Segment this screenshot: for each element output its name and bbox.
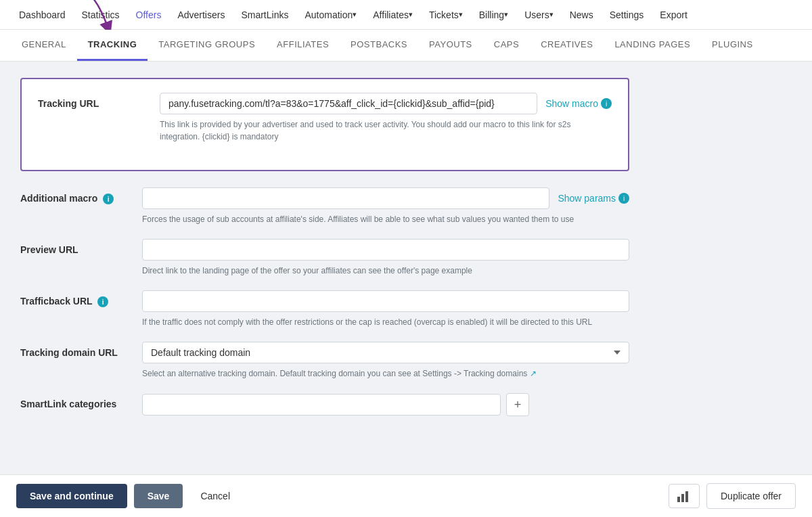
trafficback-url-label: Trafficback URL i <box>20 290 142 307</box>
tracking-domain-field: Default tracking domain Select an altern… <box>142 342 629 380</box>
nav-billing[interactable]: Billing <box>471 0 516 30</box>
additional-macro-input[interactable] <box>142 187 549 209</box>
nav-advertisers[interactable]: Advertisers <box>169 0 233 30</box>
tracking-url-section: Tracking URL Show macro i This link is p… <box>20 78 629 171</box>
nav-automation[interactable]: Automation <box>296 0 365 30</box>
preview-url-field: Direct link to the landing page of the o… <box>142 239 629 277</box>
tracking-domain-external-link[interactable]: ↗ <box>530 369 537 378</box>
preview-url-hint: Direct link to the landing page of the o… <box>142 265 629 277</box>
nav-offers[interactable]: Offers <box>128 0 170 30</box>
tracking-url-row: Tracking URL Show macro i This link is p… <box>38 93 612 143</box>
trafficback-url-field: If the traffic does not comply with the … <box>142 290 629 328</box>
tracking-domain-select[interactable]: Default tracking domain <box>142 342 629 363</box>
smartlink-categories-input[interactable] <box>142 394 501 415</box>
smartlink-categories-field: + <box>142 393 629 416</box>
tab-plugins[interactable]: PLUGINS <box>701 30 764 61</box>
tracking-url-field: Show macro i This link is provided by yo… <box>160 93 612 143</box>
nav-news[interactable]: News <box>562 0 602 30</box>
additional-macro-hint: Forces the usage of sub accounts at affi… <box>142 213 629 225</box>
tracking-domain-label: Tracking domain URL <box>20 342 142 358</box>
additional-macro-field: Show params i Forces the usage of sub ac… <box>142 187 629 225</box>
nav-dashboard[interactable]: Dashboard <box>11 0 74 30</box>
preview-url-input[interactable] <box>142 239 629 261</box>
show-macro-label: Show macro <box>545 98 598 109</box>
preview-url-row: Preview URL Direct link to the landing p… <box>20 239 629 277</box>
trafficback-url-input[interactable] <box>142 290 629 312</box>
smartlink-add-button[interactable]: + <box>506 393 529 416</box>
show-params-link[interactable]: Show params i <box>558 193 629 204</box>
nav-users[interactable]: Users <box>516 0 562 30</box>
tab-landing-pages[interactable]: LANDING PAGES <box>604 30 701 61</box>
smartlink-categories-label: SmartLink categories <box>20 393 142 409</box>
nav-affiliates[interactable]: Affiliates <box>365 0 421 30</box>
sub-navigation: GENERAL TRACKING TARGETING GROUPS AFFILI… <box>0 30 812 62</box>
macro-info-icon[interactable]: i <box>601 98 612 109</box>
nav-settings[interactable]: Settings <box>602 0 652 30</box>
nav-tickets[interactable]: Tickets <box>421 0 471 30</box>
tab-general[interactable]: GENERAL <box>11 30 77 61</box>
tab-payouts[interactable]: PAYOUTS <box>418 30 483 61</box>
tab-postbacks[interactable]: POSTBACKS <box>340 30 418 61</box>
tracking-url-hint: This link is provided by your advertiser… <box>160 118 612 143</box>
tracking-domain-hint: Select an alternative tracking domain. D… <box>142 367 629 380</box>
nav-export[interactable]: Export <box>652 0 695 30</box>
additional-macro-info-icon[interactable]: i <box>103 194 114 204</box>
tracking-domain-row: Tracking domain URL Default tracking dom… <box>20 342 629 380</box>
nav-statistics[interactable]: Statistics <box>74 0 128 30</box>
nav-smartlinks[interactable]: SmartLinks <box>233 0 296 30</box>
tracking-url-input[interactable] <box>160 93 537 114</box>
tab-caps[interactable]: CAPS <box>483 30 530 61</box>
show-params-label: Show params <box>558 193 616 204</box>
trafficback-info-icon[interactable]: i <box>97 296 108 307</box>
preview-url-label: Preview URL <box>20 239 142 255</box>
tab-targeting-groups[interactable]: TARGETING GROUPS <box>148 30 266 61</box>
additional-macro-row: Additional macro i Show params i Forces … <box>20 187 629 225</box>
trafficback-url-row: Trafficback URL i If the traffic does no… <box>20 290 629 328</box>
tracking-url-label: Tracking URL <box>38 93 160 109</box>
params-info-icon[interactable]: i <box>618 193 629 204</box>
show-macro-link[interactable]: Show macro i <box>545 98 612 109</box>
smartlink-categories-row: SmartLink categories + <box>20 393 629 416</box>
top-navigation: Dashboard Statistics Offers Advertisers … <box>0 0 812 30</box>
tab-tracking[interactable]: TRACKING <box>77 30 148 61</box>
main-content: Tracking URL Show macro i This link is p… <box>0 62 650 446</box>
tab-affiliates[interactable]: AFFILIATES <box>266 30 340 61</box>
trafficback-url-hint: If the traffic does not comply with the … <box>142 316 629 328</box>
additional-macro-label: Additional macro i <box>20 187 142 204</box>
tab-creatives[interactable]: CREATIVES <box>530 30 604 61</box>
